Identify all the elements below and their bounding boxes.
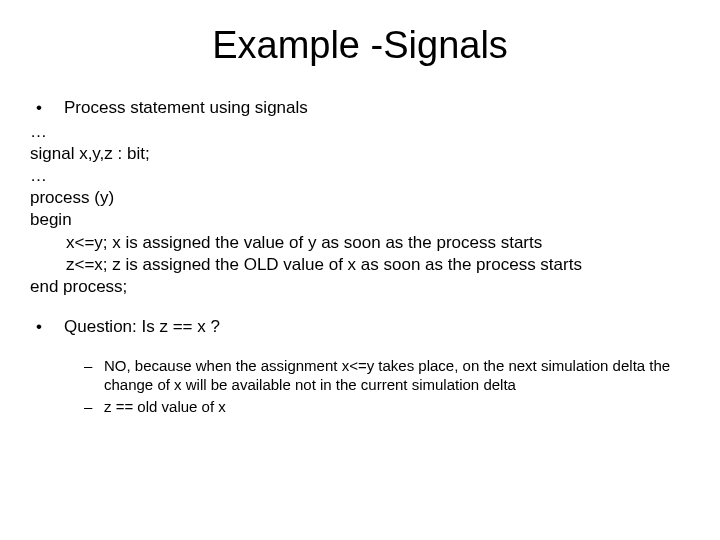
bullet-text: Process statement using signals: [64, 97, 308, 119]
bullet-dot-icon: •: [30, 316, 64, 338]
slide: Example -Signals • Process statement usi…: [0, 0, 720, 540]
slide-body: • Process statement using signals … sign…: [30, 97, 690, 416]
subbullet-text: z == old value of x: [104, 397, 226, 417]
code-line: …: [30, 121, 690, 143]
bullet-question: • Question: Is z == x ?: [30, 316, 690, 338]
code-line: …: [30, 165, 690, 187]
code-line: begin: [30, 209, 690, 231]
subbullet-answer-oldvalue: – z == old value of x: [84, 397, 690, 417]
subbullet-text: NO, because when the assignment x<=y tak…: [104, 356, 690, 395]
code-line: process (y): [30, 187, 690, 209]
code-line: end process;: [30, 276, 690, 298]
code-line: x<=y; x is assigned the value of y as so…: [30, 232, 690, 254]
code-line: z<=x; z is assigned the OLD value of x a…: [30, 254, 690, 276]
dash-icon: –: [84, 397, 104, 417]
bullet-process-statement: • Process statement using signals: [30, 97, 690, 119]
subbullet-answer-no: – NO, because when the assignment x<=y t…: [84, 356, 690, 395]
bullet-text: Question: Is z == x ?: [64, 316, 220, 338]
slide-title: Example -Signals: [30, 24, 690, 67]
code-line: signal x,y,z : bit;: [30, 143, 690, 165]
bullet-dot-icon: •: [30, 97, 64, 119]
dash-icon: –: [84, 356, 104, 395]
code-block: … signal x,y,z : bit; … process (y) begi…: [30, 121, 690, 298]
